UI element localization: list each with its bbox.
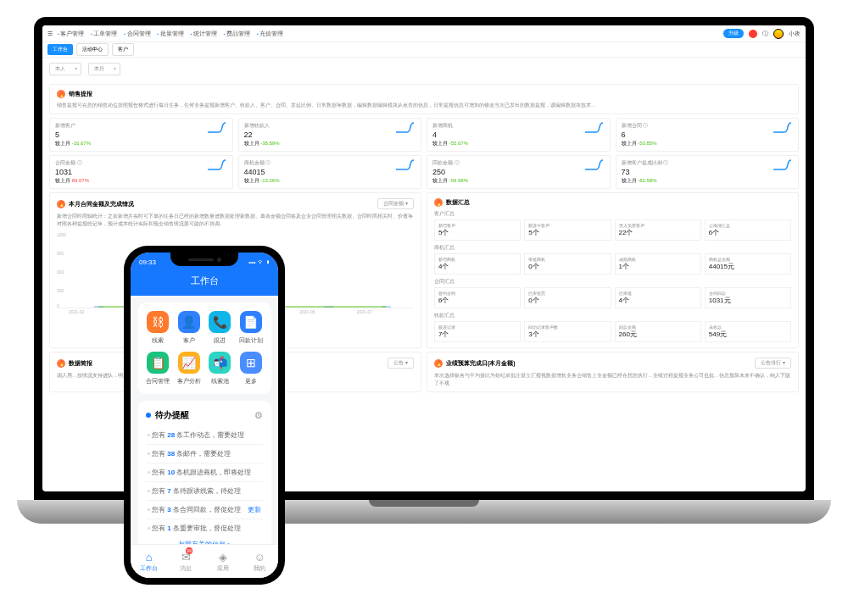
user-name: 小夜 <box>789 30 801 38</box>
help-icon[interactable]: ⓘ <box>762 30 768 38</box>
metric-value: 5 <box>55 130 91 139</box>
filter-owner-select[interactable]: 本人 <box>49 63 81 75</box>
app-回款计划[interactable]: 📄 回款计划 <box>239 311 264 345</box>
metric-value: 73 <box>622 168 669 176</box>
todo-item[interactable]: ◦ 您有 3 条合同回款，督促处理更新 <box>146 501 263 519</box>
status-icons: ••• ᯤ ▮ <box>248 258 270 266</box>
app-客户分析[interactable]: 📈 客户分析 <box>177 352 202 386</box>
tab-label: 消息 <box>180 564 192 573</box>
avatar-icon[interactable] <box>773 29 784 39</box>
notification-badge-icon[interactable] <box>749 30 757 38</box>
metric-value: 22 <box>244 130 280 139</box>
app-跟进[interactable]: 📞 跟进 <box>208 311 232 345</box>
filter-period-select[interactable]: 本月 <box>88 63 120 75</box>
tab-工作台[interactable]: ⌂ 工作台 <box>131 545 168 578</box>
app-更多[interactable]: ⊞ 更多 <box>239 352 264 386</box>
menu-toggle-icon[interactable]: ☰ <box>47 31 53 37</box>
nav-item[interactable]: 客户管理 <box>58 30 84 38</box>
metrics-row-1: 新增客户 5 较上月 -16.67% 新增收款人 22 较上月 -38.89% … <box>49 118 799 152</box>
panel-description: 本次选择纵各与平均接比为你纪录批注设立汇报视数据增长业务合销售上业金额已经在想您… <box>434 372 791 386</box>
nav-item[interactable]: 工单管理 <box>91 30 117 38</box>
app-客户[interactable]: 👤 客户 <box>177 311 202 345</box>
gear-icon[interactable]: ⚙ <box>254 410 263 421</box>
sparkline-icon <box>773 122 793 134</box>
app-icon: ⛓ <box>147 311 169 333</box>
metrics-row-2: 合同金额 ⓘ 1031 较上月 89.07% 商机金额 ⓘ 44015 较上月 … <box>49 155 799 189</box>
y-tick: 300 <box>57 288 64 293</box>
metric-change: 较上月 -53.85% <box>622 140 657 147</box>
metric-value: 4 <box>432 130 468 139</box>
tab-icon: ⌂ <box>146 551 153 563</box>
tab-应用[interactable]: ◈ 应用 <box>204 545 242 578</box>
upgrade-pill[interactable]: 升级 <box>723 29 744 38</box>
summary-group-title: 客户汇总 <box>434 210 791 218</box>
metric-label: 新增客户提成比例 ⓘ <box>622 159 669 167</box>
panel-title: 业绩预算完成日(本月金额) <box>446 359 516 368</box>
metric-change: 较上月 -13.26% <box>244 177 280 185</box>
app-icon: 📬 <box>209 352 231 374</box>
panel-select[interactable]: 公告 ▾ <box>388 358 414 369</box>
summary-cell: 签约合同6个 <box>434 287 521 308</box>
todo-item[interactable]: ◦ 您有 10 条机跟进商机，即将处理 <box>146 463 263 482</box>
metric-change: 较上月 -38.89% <box>244 140 280 147</box>
nav-item[interactable]: 费品管理 <box>224 30 250 38</box>
app-线索[interactable]: ⛓ 线索 <box>146 311 170 345</box>
tab-item[interactable]: 活动中心 <box>76 43 109 56</box>
metric-card: 新增合同 ⓘ 6 较上月 -53.85% <box>616 118 800 152</box>
nav-item[interactable]: 批量管理 <box>158 30 184 38</box>
app-grid-card: ⛓ 线索 👤 客户 📞 跟进 📄 回款计划 📋 合同管理 📈 客户分析 📬 线索… <box>137 302 271 394</box>
panel-select[interactable]: 公告排行 ▾ <box>755 358 791 369</box>
app-icon: 📋 <box>147 352 169 374</box>
todo-card: 待办提醒 ⚙ ◦ 您有 28 条工作动态，需要处理 ◦ 您有 38 条邮件，需要… <box>137 401 271 560</box>
todo-item[interactable]: ◦ 您有 1 条重要审批，督促处理 <box>146 519 263 537</box>
summary-cell: 已审批4个 <box>615 287 701 308</box>
summary-group-title: 商机汇总 <box>434 244 791 252</box>
tab-active[interactable]: 工作台 <box>47 44 73 55</box>
metric-label: 回款金额 ⓘ <box>432 159 468 167</box>
app-icon: 👤 <box>178 311 200 333</box>
flame-icon: 🔥 <box>434 359 443 368</box>
summary-cell: 新增商机4个 <box>434 253 521 275</box>
dot-icon <box>146 413 151 418</box>
summary-cell: 跟进记录7个 <box>434 321 521 342</box>
metric-card: 新增收款人 22 较上月 -38.89% <box>238 118 422 152</box>
metric-change: 较上月 -82.58% <box>622 177 669 185</box>
panel-title-text: 销售提报 <box>69 90 92 98</box>
y-tick: 600 <box>57 269 64 275</box>
todo-item[interactable]: ◦ 您有 28 条工作动态，需要处理 <box>146 426 263 445</box>
summary-group-title: 合同汇总 <box>434 278 791 286</box>
app-合同管理[interactable]: 📋 合同管理 <box>146 352 170 386</box>
app-线索池[interactable]: 📬 线索池 <box>208 352 232 386</box>
flame-icon: 🔥 <box>434 198 443 207</box>
nav-item[interactable]: 统计管理 <box>191 30 217 38</box>
sparkline-icon <box>207 122 227 134</box>
flame-icon: 🔥 <box>57 359 65 368</box>
nav-item[interactable]: 充值管理 <box>257 30 283 38</box>
metric-card: 合同金额 ⓘ 1031 较上月 89.07% <box>49 155 233 189</box>
summary-cell: 公海池汇总6个 <box>705 219 791 241</box>
chart-metric-select[interactable]: 合同金额 ▾ <box>377 198 414 209</box>
app-icon: 📄 <box>240 311 262 333</box>
tab-消息[interactable]: ✉ 消息 99 <box>168 545 205 578</box>
nav-item[interactable]: 合同管理 <box>124 30 150 38</box>
metric-change: 较上月 -59.98% <box>432 177 468 185</box>
tab-item[interactable]: 客户 <box>112 43 134 56</box>
todo-item[interactable]: ◦ 您有 7 条待跟讲线索，待处理 <box>146 482 263 501</box>
todo-item[interactable]: ◦ 您有 38 条邮件，需要处理 <box>146 445 263 463</box>
metric-card: 回款金额 ⓘ 250 较上月 -59.98% <box>427 155 611 189</box>
app-label: 客户 <box>183 336 195 345</box>
phone-notch <box>170 253 238 266</box>
tab-icon: ◈ <box>219 551 227 563</box>
tab-我的[interactable]: ☺ 我的 <box>242 545 279 578</box>
x-tick: 2021-06 <box>299 309 315 314</box>
app-icon: 📈 <box>178 352 200 374</box>
metric-value: 250 <box>432 168 468 176</box>
phone-screen: 09:33 ••• ᯤ ▮ 工作台 ⛓ 线索 👤 客户 📞 跟进 📄 回款计划 … <box>131 253 278 578</box>
filter-bar: 本人 本月 <box>42 58 806 80</box>
top-nav: ☰ 客户管理 工单管理 合同管理 批量管理 统计管理 费品管理 充值管理 升级 … <box>42 25 806 42</box>
sparkline-icon <box>773 159 793 171</box>
summary-title: 数据汇总 <box>446 198 470 207</box>
app-icon: 📞 <box>209 311 231 333</box>
tab-icon: ☺ <box>254 551 265 563</box>
metric-label: 新增客户 <box>55 122 91 130</box>
